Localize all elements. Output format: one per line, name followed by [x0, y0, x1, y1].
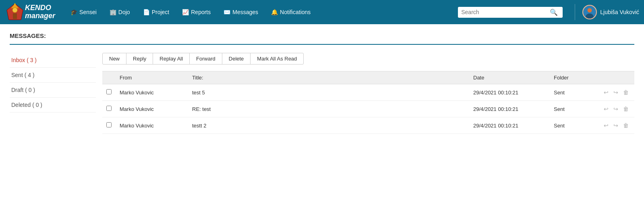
reports-icon: 📈 [182, 9, 189, 15]
row-checkbox[interactable] [106, 122, 112, 127]
row-title: RE: test [188, 101, 469, 117]
nav-notifications[interactable]: 🔔 Notifications [265, 6, 316, 19]
row-checkbox-cell [102, 84, 116, 101]
project-icon: 📄 [143, 9, 150, 15]
content-area: Inbox ( 3 ) Sent ( 4 ) Draft ( 0 ) Delet… [10, 53, 634, 134]
nav-messages[interactable]: ✉️ Messages [218, 6, 264, 19]
row-checkbox[interactable] [106, 106, 112, 111]
sidebar-item-draft[interactable]: Draft ( 0 ) [10, 83, 96, 98]
row-title: testt 2 [188, 117, 469, 134]
sidebar: Inbox ( 3 ) Sent ( 4 ) Draft ( 0 ) Delet… [10, 53, 102, 134]
row-folder: Sent [550, 117, 598, 134]
nav-sensei[interactable]: 🎓 Sensei [65, 6, 102, 19]
row-actions: ↩ ↪ 🗑 [602, 121, 630, 129]
messages-table: From Title: Date Folder Marko Vukovic te… [102, 71, 634, 134]
nav-project[interactable]: 📄 Project [137, 6, 175, 19]
messages-icon: ✉️ [224, 9, 230, 15]
col-from: From [116, 71, 188, 84]
row-reply-button[interactable]: ↩ [602, 88, 610, 96]
row-actions-cell: ↩ ↪ 🗑 [598, 84, 634, 101]
row-forward-button[interactable]: ↪ [612, 121, 620, 129]
row-delete-button[interactable]: 🗑 [621, 88, 630, 96]
row-date: 29/4/2021 00:10:21 [469, 117, 550, 134]
row-forward-button[interactable]: ↪ [612, 105, 620, 113]
message-toolbar: New Reply Replay All Forward Delete Mark… [102, 53, 634, 65]
reply-button[interactable]: Reply [126, 53, 153, 65]
col-folder: Folder [550, 71, 598, 84]
row-checkbox-cell [102, 101, 116, 117]
row-title: test 5 [188, 84, 469, 101]
table-row: Marko Vukovic RE: test 29/4/2021 00:10:2… [102, 101, 634, 117]
svg-rect-2 [13, 13, 17, 19]
search-input[interactable] [461, 9, 550, 15]
row-actions: ↩ ↪ 🗑 [602, 105, 630, 113]
search-button[interactable]: 🔍 [550, 8, 558, 16]
main-content: MESSAGES: Inbox ( 3 ) Sent ( 4 ) Draft (… [0, 24, 644, 217]
sidebar-item-sent[interactable]: Sent ( 4 ) [10, 68, 96, 83]
navbar: KENDO manager 🎓 Sensei 🏢 Dojo 📄 Project … [0, 0, 644, 24]
row-reply-button[interactable]: ↩ [602, 105, 610, 113]
user-menu[interactable]: Ljubiša Vuković [582, 5, 639, 19]
row-date: 29/4/2021 00:10:21 [469, 101, 550, 117]
col-actions [598, 71, 634, 84]
row-from: Marko Vukovic [116, 84, 188, 101]
new-button[interactable]: New [102, 53, 126, 65]
row-date: 29/4/2021 00:10:21 [469, 84, 550, 101]
row-folder: Sent [550, 84, 598, 101]
svg-point-8 [586, 14, 594, 19]
delete-button[interactable]: Delete [222, 53, 251, 65]
svg-point-7 [588, 8, 592, 13]
logo-text: KENDO manager [25, 4, 55, 20]
page-title: MESSAGES: [10, 32, 634, 45]
row-actions-cell: ↩ ↪ 🗑 [598, 117, 634, 134]
nav-reports[interactable]: 📈 Reports [176, 6, 216, 19]
replay-all-button[interactable]: Replay All [153, 53, 190, 65]
mark-all-read-button[interactable]: Mark All As Read [250, 53, 304, 65]
row-reply-button[interactable]: ↩ [602, 121, 610, 129]
nav-dojo[interactable]: 🏢 Dojo [104, 6, 136, 19]
svg-point-3 [12, 8, 17, 13]
row-from: Marko Vukovic [116, 101, 188, 117]
dojo-icon: 🏢 [110, 9, 116, 15]
message-panel: New Reply Replay All Forward Delete Mark… [102, 53, 634, 134]
search-box: 🔍 [458, 7, 563, 18]
col-date: Date [469, 71, 550, 84]
row-from: Marko Vukovic [116, 117, 188, 134]
row-actions: ↩ ↪ 🗑 [602, 88, 630, 96]
nav-links: 🎓 Sensei 🏢 Dojo 📄 Project 📈 Reports ✉️ M… [65, 6, 455, 19]
row-delete-button[interactable]: 🗑 [621, 105, 630, 113]
col-title: Title: [188, 71, 469, 84]
logo-icon [5, 2, 25, 22]
svg-marker-5 [14, 3, 16, 4]
row-folder: Sent [550, 101, 598, 117]
avatar [582, 5, 597, 19]
row-actions-cell: ↩ ↪ 🗑 [598, 101, 634, 117]
sidebar-item-deleted[interactable]: Deleted ( 0 ) [10, 98, 96, 113]
table-row: Marko Vukovic test 5 29/4/2021 00:10:21 … [102, 84, 634, 101]
user-name: Ljubiša Vuković [600, 9, 639, 15]
logo[interactable]: KENDO manager [5, 2, 55, 22]
notifications-icon: 🔔 [271, 9, 278, 15]
row-forward-button[interactable]: ↪ [612, 88, 620, 96]
forward-button[interactable]: Forward [189, 53, 222, 65]
sensei-icon: 🎓 [70, 9, 77, 15]
row-delete-button[interactable]: 🗑 [621, 121, 630, 129]
row-checkbox[interactable] [106, 89, 112, 94]
nav-divider [575, 4, 575, 20]
row-checkbox-cell [102, 117, 116, 134]
table-row: Marko Vukovic testt 2 29/4/2021 00:10:21… [102, 117, 634, 134]
col-check [102, 71, 116, 84]
sidebar-item-inbox[interactable]: Inbox ( 3 ) [10, 53, 96, 68]
